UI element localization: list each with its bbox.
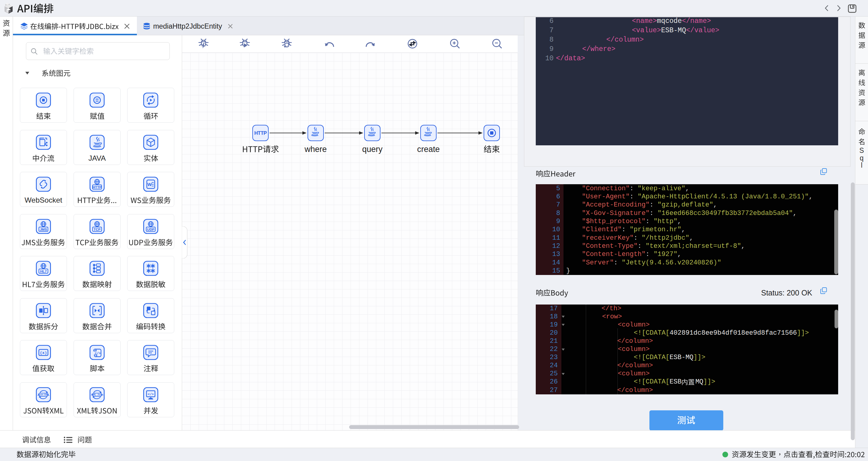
svg-text:Json-XML: Json-XML: [37, 393, 50, 396]
svg-text:HL7: HL7: [40, 270, 47, 273]
svg-text:JMS: JMS: [40, 227, 47, 231]
svg-text:W: W: [148, 182, 152, 187]
svg-text:HTTP: HTTP: [93, 185, 102, 189]
svg-text:</>: </>: [95, 351, 101, 355]
svg-text:(x): (x): [40, 351, 47, 355]
svg-text:</>: </>: [148, 393, 154, 396]
svg-text:UDP: UDP: [147, 227, 155, 231]
svg-text:HTTP: HTTP: [254, 130, 267, 136]
svg-text:XML-Json: XML-Json: [91, 393, 103, 396]
svg-text:TCP: TCP: [94, 227, 101, 231]
